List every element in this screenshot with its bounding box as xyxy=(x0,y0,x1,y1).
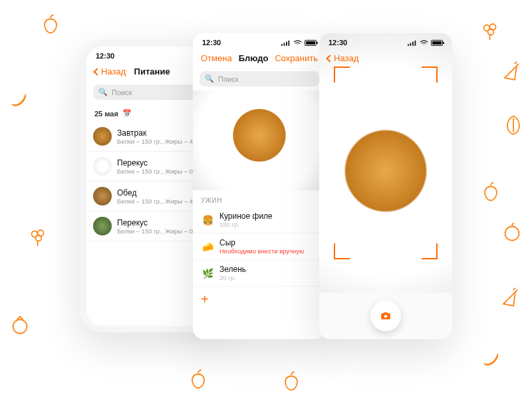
dish-screen: 12:30 Отмена Блюдо Сохранить 🔍 Поиск УЖИ… xyxy=(193,33,326,339)
scan-corner-icon xyxy=(422,243,438,259)
ingredient-amount: 150 гр. xyxy=(219,221,318,228)
status-time: 12:30 xyxy=(329,39,347,47)
ingredient-name: Куриное филе xyxy=(219,211,318,221)
apple-icon xyxy=(186,367,210,391)
meal-thumb xyxy=(93,127,112,146)
shutter-button[interactable] xyxy=(370,301,401,331)
meal-thumb xyxy=(93,157,112,176)
svg-rect-12 xyxy=(408,44,409,46)
food-icon: 🌿 xyxy=(201,267,214,280)
back-button[interactable]: Назад xyxy=(94,66,126,76)
svg-rect-15 xyxy=(415,41,416,46)
food-icon: 🍔 xyxy=(201,213,214,227)
calendar-icon: 📅 xyxy=(122,109,132,118)
tomato-icon xyxy=(8,313,32,336)
back-label: Назад xyxy=(101,66,126,76)
status-icons xyxy=(281,40,317,46)
search-icon: 🔍 xyxy=(205,74,214,83)
meal-thumb xyxy=(93,217,112,235)
page-title: Блюдо xyxy=(239,53,269,63)
svg-rect-13 xyxy=(410,43,412,45)
camera-icon xyxy=(380,310,392,322)
scan-frame xyxy=(334,66,438,259)
search-input[interactable]: 🔍 Поиск xyxy=(93,84,206,100)
ingredient-amount: 20 гр. xyxy=(219,274,318,281)
add-button[interactable]: + xyxy=(193,287,326,313)
lettuce-icon xyxy=(501,113,525,137)
svg-rect-14 xyxy=(412,41,414,45)
svg-rect-9 xyxy=(284,43,285,45)
meal-thumb xyxy=(93,187,112,205)
svg-point-7 xyxy=(505,227,519,241)
status-bar: 12:30 xyxy=(319,33,452,49)
search-placeholder: Поиск xyxy=(112,88,132,96)
carrot-icon xyxy=(497,286,521,310)
food-icon: 🧀 xyxy=(201,240,214,253)
wifi-icon xyxy=(420,40,428,46)
search-icon: 🔍 xyxy=(98,88,108,96)
ingredient-row[interactable]: 🍔 Куриное филе150 гр. xyxy=(193,207,326,233)
chevron-left-icon xyxy=(326,55,333,62)
svg-point-3 xyxy=(13,320,27,334)
ingredient-row[interactable]: 🧀 СырНеобходимо внести вручную xyxy=(193,233,326,260)
orange-icon xyxy=(500,219,524,243)
status-time: 12:30 xyxy=(202,39,221,47)
ingredient-name: Сыр xyxy=(219,238,318,247)
camera-screen: 12:30 Назад xyxy=(319,33,452,339)
apple-icon xyxy=(479,180,503,203)
dish-photo xyxy=(193,90,326,190)
ingredient-name: Зелень xyxy=(219,265,318,274)
chevron-left-icon xyxy=(93,68,100,75)
broccoli-icon xyxy=(27,226,51,250)
scan-corner-icon xyxy=(334,243,350,259)
svg-point-16 xyxy=(384,315,388,319)
save-button[interactable]: Сохранить xyxy=(275,53,318,63)
date-label: 25 мая xyxy=(94,110,118,118)
signal-icon xyxy=(408,40,417,46)
nav-bar: Отмена Блюдо Сохранить xyxy=(193,49,326,67)
apple-icon xyxy=(279,369,303,393)
svg-rect-8 xyxy=(281,44,283,46)
section-header: УЖИН xyxy=(193,190,326,207)
signal-icon xyxy=(281,40,291,46)
wifi-icon xyxy=(293,40,302,46)
status-time: 12:30 xyxy=(96,52,114,60)
back-button[interactable]: Назад xyxy=(327,53,358,63)
battery-icon xyxy=(431,40,443,46)
scan-corner-icon xyxy=(334,66,350,82)
ingredient-row[interactable]: 🌿 Зелень20 гр. xyxy=(193,260,326,287)
shutter-bar xyxy=(319,293,452,339)
cancel-button[interactable]: Отмена xyxy=(201,53,232,63)
svg-rect-11 xyxy=(289,41,290,46)
banana-icon xyxy=(7,86,31,110)
nav-bar: Назад xyxy=(319,49,452,67)
battery-icon xyxy=(305,40,317,46)
apple-icon xyxy=(39,12,63,36)
search-input[interactable]: 🔍 Поиск xyxy=(200,71,319,86)
scan-corner-icon xyxy=(422,66,438,82)
status-icons xyxy=(408,40,443,46)
banana-icon xyxy=(479,346,503,370)
status-bar: 12:30 xyxy=(193,33,326,49)
svg-rect-10 xyxy=(286,41,287,45)
carrot-icon xyxy=(499,60,523,84)
broccoli-icon xyxy=(479,20,503,44)
search-placeholder: Поиск xyxy=(218,75,238,83)
ingredient-warning: Необходимо внести вручную xyxy=(219,247,318,255)
page-title: Питание xyxy=(134,66,170,76)
back-label: Назад xyxy=(334,53,358,63)
cancel-label: Отмена xyxy=(201,53,232,63)
